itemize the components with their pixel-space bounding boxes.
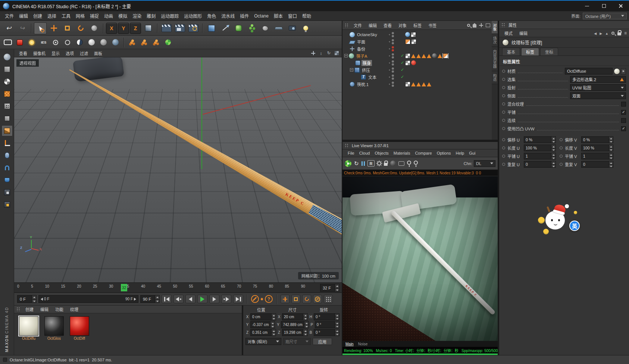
camera-zoom-icon[interactable] [318,50,324,56]
make-editable-button[interactable] [1,51,13,63]
material-picker-pin-icon[interactable] [407,161,411,165]
perspective-viewport[interactable]: KEEP C 透视视图 网格间距：100 cm X Y Z [14,57,342,282]
move-tool-button[interactable] [47,22,60,34]
editor-visibility-dot[interactable] [392,60,394,63]
editor-visibility-dot[interactable] [392,75,394,77]
material-name[interactable]: OctDiffu [22,336,35,341]
offset-u-field[interactable]: 0 % [524,136,556,143]
lv-menu-options[interactable]: Options [435,150,453,156]
interface-dropdown[interactable]: Octane (用户) [583,13,627,19]
object-row-text[interactable]: 文本 [342,73,492,80]
material-menu-function[interactable]: 功能 [52,306,66,313]
autokey-button[interactable] [324,295,333,303]
end-frame-field[interactable]: 90 F [140,295,160,303]
render-visibility-dot[interactable] [392,49,394,51]
octane-ies-light-button[interactable]: IES [38,37,49,48]
previous-frame-button[interactable] [185,295,195,303]
menu-edit[interactable]: 编辑 [16,12,31,20]
tab-objects[interactable]: 对象 [492,21,498,34]
menu-select[interactable]: 选择 [45,12,59,20]
texture-axis-mode-button[interactable] [1,88,13,99]
length-u-field[interactable]: 100 % [524,145,556,151]
lv-menu-help[interactable]: Help [454,150,467,156]
octane-disable-render-button[interactable] [251,295,259,303]
octane-specular-material-button[interactable] [110,37,121,48]
panel-grip-icon[interactable] [345,23,348,28]
object-row-chopstick-body[interactable]: 筷身 [342,59,492,66]
volume-button[interactable] [259,22,272,34]
om-menu-tag[interactable]: 标签 [410,22,425,29]
menu-snap[interactable]: 捕捉 [87,12,101,20]
edges-mode-button[interactable] [1,113,13,124]
om-menu-view[interactable]: 查看 [381,22,395,29]
rotate-tool-button[interactable] [74,22,87,34]
seamless-checkbox[interactable] [621,118,626,123]
tab-structure[interactable]: 构造 [492,71,498,84]
lv-menu-objects[interactable]: Objects [372,150,391,156]
editor-visibility-dot[interactable] [392,67,394,70]
bump-uvw-checkbox[interactable] [621,126,626,131]
render-visibility-dot[interactable] [392,56,394,58]
tab-content-browser[interactable]: 内容浏览器 [492,47,498,71]
editor-visibility-dot[interactable] [392,39,394,41]
home-icon[interactable] [473,25,476,28]
polygon-selection-tag[interactable] [416,82,421,86]
lv-menu-file[interactable]: File [345,150,357,156]
view-toggle-icon[interactable] [334,50,339,56]
material-name[interactable]: OctDiff [74,336,85,341]
menu-character[interactable]: 角色 [204,12,219,20]
anim-dot-icon[interactable] [502,138,505,141]
live-viewer-titlebar[interactable]: Live Viewer 3.07-R1 [342,142,498,149]
object-picker-pin-icon[interactable] [414,161,418,165]
start-frame-field[interactable]: 0 F [17,295,37,303]
size-y-field[interactable]: 742.889 cm [281,321,309,328]
texture-tag[interactable] [405,60,410,66]
octane-glossy-material-button[interactable] [98,37,109,48]
projection-dropdown[interactable]: UVW 贴图 [570,84,626,91]
render-visibility-dot[interactable] [392,35,394,37]
texture-tag[interactable] [411,32,416,37]
snap-button[interactable] [1,162,13,173]
rotation-h-field[interactable]: 0 ° [314,313,339,320]
sky-tag[interactable] [405,32,410,37]
editor-visibility-dot[interactable] [392,53,394,56]
material-menu-edit[interactable]: 编辑 [37,306,51,313]
next-key-button[interactable] [221,295,231,303]
material-item[interactable]: OctDiff [69,316,90,341]
enable-check-icon[interactable] [400,60,405,65]
model-mode-button[interactable] [1,64,13,75]
object-row-chopstick-rest[interactable]: 筷枕.1 [342,80,492,88]
apply-button[interactable]: 应用 [313,338,332,345]
octane-logo-icon[interactable] [345,160,351,167]
lv-menu-gui[interactable]: Gui [467,150,478,156]
settings-gear-icon[interactable] [377,161,381,165]
enable-check-icon[interactable] [400,53,405,58]
anim-dot-icon[interactable] [502,102,505,105]
coordinate-system-button[interactable] [142,22,154,34]
screen-icon[interactable] [398,161,404,166]
om-menu-file[interactable]: 文件 [351,22,365,29]
region-render-button[interactable]: R [367,160,375,167]
subdivision-surface-button[interactable] [232,22,245,34]
octane-ring-button[interactable] [62,37,73,48]
om-menu-object[interactable]: 对象 [395,22,410,29]
offset-v-field[interactable]: 0 % [581,136,613,143]
material-thumbnail-octglossy[interactable] [44,316,64,336]
octane-help-button[interactable] [265,295,273,303]
goto-end-button[interactable] [233,295,243,303]
camera-pan-icon[interactable] [310,50,316,56]
range-end-handle[interactable]: 90 F [125,297,136,301]
rotation-p-field[interactable]: 0 ° [315,321,339,328]
enable-check-icon[interactable] [400,67,405,72]
menu-tools[interactable]: 工具 [59,12,73,20]
menu-sculpt[interactable]: 雕刻 [144,12,158,20]
anim-dot-icon[interactable] [502,163,505,166]
menu-simulate[interactable]: 模拟 [116,12,130,20]
tiles-v-field[interactable]: 1 [581,153,613,159]
anim-dot-icon[interactable] [502,86,505,89]
side-dropdown[interactable]: 双面 [570,92,626,99]
undo-button[interactable] [2,22,15,34]
render-image[interactable]: KEEP C [342,176,498,341]
anim-dot-icon[interactable] [502,127,505,130]
coordinate-mode-dropdown[interactable]: 对象 (相对) [245,338,281,345]
